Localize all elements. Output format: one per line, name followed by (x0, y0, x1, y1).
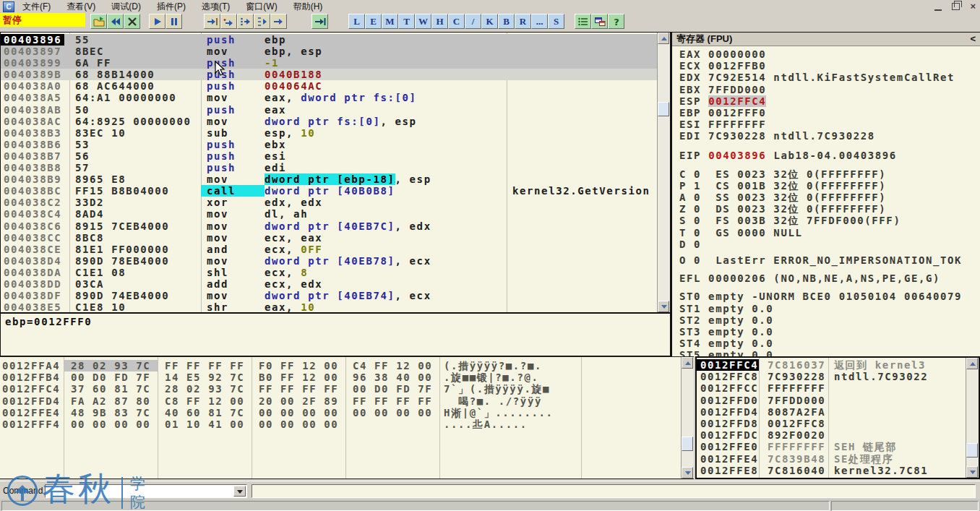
step-over-button[interactable] (220, 14, 237, 29)
close-process-button[interactable] (124, 14, 140, 29)
stack-scrollbar[interactable] (966, 358, 979, 478)
disasm-row[interactable]: 004038B857pushedi (1, 162, 657, 173)
disasm-row[interactable]: 004038E5C1E8 10shreax, 10 (1, 301, 657, 313)
window-runtrace-button[interactable]: ... (531, 14, 548, 29)
scroll-thumb[interactable] (966, 443, 978, 458)
disasm-row[interactable]: 004038DF890D 74EB4000movdword ptr [40EB7… (1, 290, 657, 301)
windows-arrange-button[interactable] (591, 14, 608, 29)
register-line[interactable]: ST1 empty 0.0 (679, 303, 980, 314)
register-line[interactable]: EDI 7C930228 ntdll.7C930228 (679, 130, 980, 142)
stack-row[interactable]: 0012FFD48087A2FA (697, 406, 966, 418)
trace-into-button[interactable] (237, 14, 254, 29)
register-line[interactable]: EFL 00000206 (NO,NB,NE,A,NS,PE,GE,G) (679, 272, 980, 284)
window-windows-button[interactable]: W (415, 14, 431, 29)
restart-button[interactable] (107, 14, 124, 29)
disasm-row[interactable]: 004038A068 AC644000push004064AC (1, 80, 657, 92)
stack-row[interactable]: 0012FFC87C930228ntdll.7C93022 (697, 371, 966, 382)
disasm-row[interactable]: 004038B98965 E8movdword ptr [ebp-18], es… (1, 173, 657, 185)
disassembly-scrollbar[interactable] (657, 33, 670, 312)
menu-item-4[interactable]: 选项(T) (194, 0, 238, 14)
disasm-row[interactable]: 004038B383EC 10subesp, 10 (1, 127, 657, 139)
window-references-button[interactable]: R (515, 14, 531, 29)
disasm-row[interactable]: 004038BCFF15 B8B04000calldword ptr [40B0… (1, 185, 657, 197)
register-line[interactable]: EDX 7C92E514 ntdll.KiFastSystemCallRet (679, 72, 980, 83)
go-to-address-button[interactable] (311, 14, 328, 29)
disasm-row[interactable]: 004038DD03CAaddecx, edx (1, 278, 657, 290)
register-line[interactable]: ST4 empty 0.0 (679, 338, 980, 349)
dump-row[interactable]: 0012FFA428 02 93 7CFF FF FF FFF0 FF 12 0… (0, 360, 681, 372)
disasm-row[interactable]: 004038C68915 7CEB4000movdword ptr [40EB7… (1, 220, 657, 232)
window-callstack-button[interactable]: K (481, 14, 498, 29)
disasm-row[interactable]: 004038978BECmovebp, esp (1, 46, 657, 57)
stack-row[interactable]: 0012FFE0FFFFFFFFSEH 链尾部 (697, 441, 966, 452)
register-line[interactable]: ST5 empty 0.0 (679, 349, 980, 356)
step-into-button[interactable] (204, 14, 220, 29)
dump-row[interactable]: 0012FFD4FA A2 87 80C8 FF 12 0020 00 2F 8… (0, 395, 681, 407)
register-line[interactable]: EAX 00000000 (679, 48, 980, 60)
register-line[interactable]: P 1 CS 001B 32位 0(FFFFFFFF) (679, 180, 980, 192)
register-line[interactable]: T 0 GS 0000 NULL (679, 227, 980, 239)
window-cpu-button[interactable]: C (448, 14, 465, 29)
stack-row[interactable]: 0012FFC47C816037返回到 kernel3 (697, 359, 966, 371)
disasm-row[interactable]: 004038C233D2xoredx, edx (1, 197, 657, 208)
register-line[interactable]: C 0 ES 0023 32位 0(FFFFFFFF) (679, 168, 980, 180)
dump-row[interactable]: 0012FFB400 D0 FD 7F14 E5 92 7CB0 FF 12 0… (0, 372, 681, 383)
restore-icon[interactable] (952, 3, 960, 10)
pause-button[interactable] (166, 14, 182, 29)
menu-item-3[interactable]: 插件(P) (149, 0, 194, 14)
scroll-down-icon[interactable] (658, 301, 669, 312)
collapse-icon[interactable]: < (970, 33, 976, 46)
disasm-row[interactable]: 004038B756pushesi (1, 150, 657, 162)
menu-item-5[interactable]: 窗口(W) (238, 0, 285, 14)
scroll-up-icon[interactable] (682, 357, 693, 369)
dump-row[interactable]: 0012FFC437 60 81 7C28 02 93 7CFF FF FF F… (0, 383, 681, 395)
window-source-button[interactable]: S (548, 14, 564, 29)
register-line[interactable]: A 0 SS 0023 32位 0(FFFFFFFF) (679, 192, 980, 203)
scroll-thumb[interactable] (658, 102, 669, 116)
register-line[interactable]: O 0 LastErr ERROR_NO_IMPERSONATION_TOK (679, 254, 980, 266)
disasm-row[interactable]: 004038D4890D 78EB4000movdword ptr [40EB7… (1, 255, 657, 267)
scroll-down-icon[interactable] (682, 467, 693, 478)
register-line[interactable]: D 0 (679, 239, 980, 250)
window-patches-button[interactable]: / (465, 14, 481, 29)
scroll-thumb[interactable] (682, 437, 693, 451)
dump-row[interactable]: 0012FFF400 00 00 0001 10 41 0000 00 00 0… (0, 418, 681, 430)
window-threads-button[interactable]: T (398, 14, 415, 29)
disasm-row[interactable]: 0040389655pushebp (1, 34, 657, 46)
register-line[interactable]: ST0 empty -UNORM BCE0 01050104 00640079 (679, 291, 980, 302)
dump-scrollbar[interactable] (681, 357, 694, 478)
window-breakpoints-button[interactable]: B (498, 14, 515, 29)
disasm-row[interactable]: 004038CE81E1 FF000000andecx, 0FF (1, 244, 657, 255)
register-line[interactable]: EBP 0012FFF0 (679, 107, 980, 119)
disasm-row[interactable]: 004038996A FFpush-1 (1, 57, 657, 69)
command-input[interactable] (45, 484, 247, 498)
stack-row[interactable]: 0012FFDC892F0020 (697, 429, 966, 441)
disasm-row[interactable]: 004038C48AD4movdl, ah (1, 208, 657, 220)
menu-item-6[interactable]: 帮助(H) (285, 0, 331, 14)
stack-row[interactable]: 0012FFE87C816040kernel32.7C81 (697, 465, 966, 476)
stack-row[interactable]: 0012FFEC00000000 (697, 476, 966, 479)
stack-row[interactable]: 0012FFE47C839B48SE处理程序 (697, 453, 966, 465)
window-memory-button[interactable]: M (382, 14, 398, 29)
disasm-row[interactable]: 004038A564:A1 00000000moveax, dword ptr … (1, 92, 657, 103)
trace-over-button[interactable] (254, 14, 270, 29)
menu-item-1[interactable]: 查看(V) (59, 0, 103, 14)
scroll-up-icon[interactable] (658, 33, 669, 44)
stack-row[interactable]: 0012FFD07FFDD000 (697, 395, 966, 406)
register-line[interactable]: ESI FFFFFFFF (679, 119, 980, 130)
register-line[interactable]: Z 0 DS 0023 32位 0(FFFFFFFF) (679, 203, 980, 215)
execute-till-return-button[interactable] (270, 14, 287, 29)
register-line[interactable]: EBX 7FFDD000 (679, 84, 980, 95)
register-line[interactable]: S 0 FS 003B 32位 7FFDF000(FFF) (679, 215, 980, 226)
dropdown-arrow-icon[interactable] (233, 486, 246, 497)
window-handles-button[interactable]: H (431, 14, 448, 29)
menu-item-2[interactable]: 调试(D) (103, 0, 149, 14)
run-button[interactable] (149, 14, 166, 29)
disasm-row[interactable]: 004038DAC1E1 08shlecx, 8 (1, 267, 657, 278)
disasm-row[interactable]: 004038CC8BC8movecx, eax (1, 232, 657, 244)
register-line[interactable]: ESP 0012FFC4 (679, 95, 980, 107)
scroll-down-icon[interactable] (966, 466, 978, 478)
appearance-button[interactable] (575, 14, 591, 29)
open-file-button[interactable] (90, 14, 107, 29)
disasm-row[interactable]: 004038AB50pusheax (1, 104, 657, 116)
